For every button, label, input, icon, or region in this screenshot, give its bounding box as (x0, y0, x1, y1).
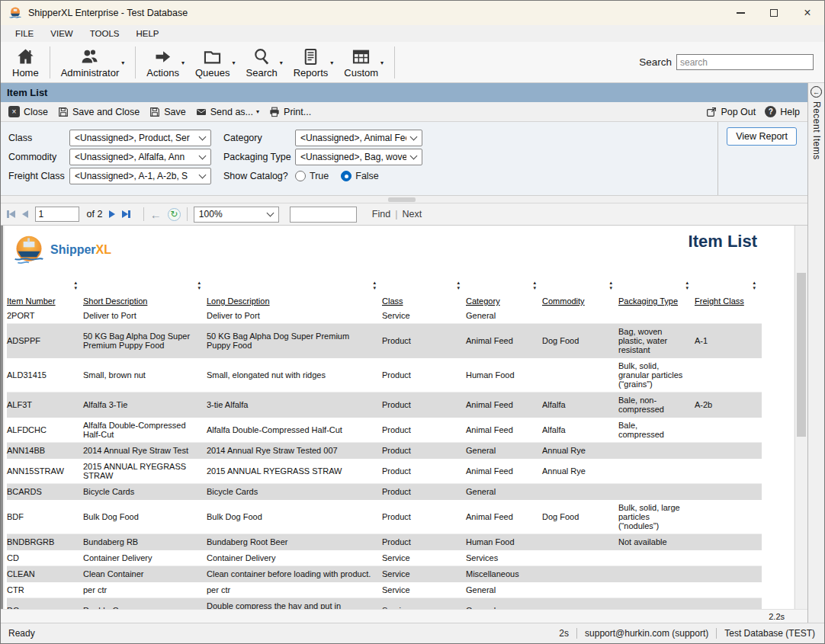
column-header-link[interactable]: Item Number (7, 296, 56, 306)
table-cell: Bundaberg Root Beer (207, 534, 382, 550)
table-cell (618, 443, 695, 459)
radio-true[interactable] (295, 171, 306, 181)
table-cell: Alfalfa Double-Compressed Half-Cut (83, 418, 207, 443)
column-header-link[interactable]: Short Description (83, 296, 147, 306)
table-cell: 2PORT (7, 308, 83, 324)
table-row: BNDBRGRBBundaberg RBBundaberg Root BeerP… (7, 534, 762, 550)
table-cell: Human Food (466, 534, 542, 550)
column-header-link[interactable]: Long Description (207, 296, 270, 306)
sort-icon[interactable]: ▴▾ (533, 280, 536, 290)
table-cell: A-1 (695, 324, 762, 358)
view-report-button[interactable]: View Report (727, 127, 797, 146)
column-header-link[interactable]: Freight Class (695, 296, 744, 306)
recent-items-tab[interactable]: ← Recent Items (807, 83, 824, 623)
column-header-link[interactable]: Packaging Type (618, 296, 678, 306)
administrator-button[interactable]: Administrator ▾ (56, 44, 130, 80)
table-cell: 2015 ANNUAL RYEGRASS STRAW (83, 459, 207, 484)
refresh-button[interactable]: ↻ (168, 208, 181, 221)
sort-icon[interactable]: ▴▾ (197, 280, 201, 290)
save-icon (57, 106, 69, 118)
table-cell: Not available (618, 534, 695, 550)
table-header-row: Item Number▴▾Short Description▴▾Long Des… (7, 279, 762, 308)
table-cell (618, 598, 695, 610)
help-button[interactable]: ? Help (760, 104, 804, 119)
menu-help[interactable]: HELP (127, 27, 167, 40)
search-icon (252, 46, 272, 67)
table-cell: Bulk Dog Food (83, 500, 207, 534)
packaging-type-dropdown[interactable]: <Unassigned>, Bag, woven (295, 149, 422, 165)
table-cell: General (466, 598, 542, 610)
table-cell: Bicycle Cards (83, 484, 207, 500)
table-cell (618, 459, 695, 484)
commodity-label: Commodity (8, 152, 69, 162)
table-cell: BCARDS (7, 484, 83, 500)
freight-class-dropdown[interactable]: <Unassigned>, A-1, A-2b, S (69, 168, 211, 184)
actions-button[interactable]: Actions ▾ (141, 44, 190, 80)
menu-file[interactable]: FILE (7, 27, 42, 40)
class-dropdown[interactable]: <Unassigned>, Product, Ser (69, 130, 211, 146)
sort-icon[interactable]: ▴▾ (373, 280, 376, 290)
save-button[interactable]: Save (144, 104, 191, 120)
form-toolbar: × Close Save and Close Save Send as... ▾ (1, 102, 807, 122)
first-page-button[interactable] (7, 210, 15, 218)
custom-button[interactable]: Custom ▾ (339, 44, 389, 80)
table-row: BDFBulk Dog FoodBulk Dog FoodProductAnim… (7, 500, 762, 534)
close-panel-button[interactable]: × Close (4, 104, 53, 119)
page-number-input[interactable] (35, 207, 79, 222)
chevron-down-icon (199, 152, 207, 159)
table-cell: General (466, 484, 542, 500)
table-cell: Double compress the hay and put in conta… (207, 598, 382, 610)
pop-out-button[interactable]: Pop Out (701, 104, 760, 120)
menu-view[interactable]: VIEW (42, 27, 81, 40)
category-dropdown[interactable]: <Unassigned>, Animal Feed (295, 130, 422, 146)
report-title: Item List (689, 232, 757, 252)
sort-icon[interactable]: ▴▾ (457, 280, 460, 290)
send-as-button[interactable]: Send as... ▾ (191, 104, 264, 120)
reports-button[interactable]: Reports ▾ (288, 44, 339, 80)
splitter-grip[interactable] (388, 197, 416, 202)
sort-icon[interactable]: ▴▾ (753, 280, 756, 290)
close-button[interactable]: × (791, 1, 824, 25)
chevron-down-icon (199, 171, 207, 178)
commodity-dropdown[interactable]: <Unassigned>, Alfalfa, Ann (69, 149, 211, 165)
queues-button[interactable]: Queues ▾ (190, 44, 241, 80)
table-cell: 50 KG Bag Alpha Dog Super Premium Puppy … (207, 324, 382, 358)
menu-tools[interactable]: TOOLS (82, 27, 128, 40)
column-header-link[interactable]: Commodity (542, 296, 585, 306)
print-button[interactable]: Print... (264, 104, 316, 120)
column-header-link[interactable]: Category (466, 296, 500, 306)
table-cell: Miscellaneous (466, 566, 542, 582)
radio-false[interactable] (341, 171, 352, 181)
minimize-button[interactable] (724, 1, 757, 25)
search-button[interactable]: Search ▾ (241, 44, 288, 80)
sort-icon[interactable]: ▴▾ (74, 280, 77, 290)
table-cell: BNDBRGRB (7, 534, 83, 550)
table-cell: per ctr (83, 582, 207, 598)
sort-icon[interactable]: ▴▾ (609, 280, 612, 290)
sort-icon[interactable]: ▴▾ (685, 280, 689, 290)
back-arrow-icon[interactable]: ← (150, 208, 162, 221)
table-cell: Bulk, solid, granular particles (“grains… (618, 358, 695, 392)
table-cell: Product (382, 418, 466, 443)
find-next-button[interactable]: Next (402, 209, 422, 219)
next-page-button[interactable] (109, 210, 115, 218)
table-cell (695, 418, 762, 443)
previous-page-button[interactable] (22, 210, 28, 218)
find-button[interactable]: Find (372, 209, 390, 219)
table-cell: Product (382, 534, 466, 550)
search-input[interactable] (676, 54, 814, 70)
column-header-link[interactable]: Class (382, 296, 403, 306)
last-page-button[interactable] (122, 210, 130, 218)
vertical-scrollbar[interactable] (795, 226, 807, 609)
table-cell: 2015 ANNUAL RYEGRASS STRAW (207, 459, 382, 484)
shipperxl-logo-icon (12, 233, 46, 267)
toolbar-separator (394, 46, 395, 78)
home-button[interactable]: Home (7, 44, 44, 80)
find-input[interactable] (290, 207, 357, 223)
zoom-dropdown[interactable]: 100% (194, 207, 279, 223)
maximize-icon (770, 9, 778, 17)
table-cell: Container Delivery (83, 550, 207, 566)
scrollbar-thumb[interactable] (797, 273, 806, 437)
maximize-button[interactable] (757, 1, 791, 25)
save-and-close-button[interactable]: Save and Close (53, 104, 144, 120)
